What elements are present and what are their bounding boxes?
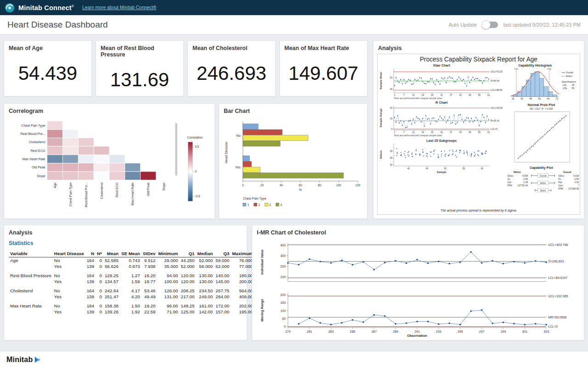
svg-text:UCL=70.20: UCL=70.20	[491, 70, 503, 73]
svg-text:50: 50	[444, 167, 447, 170]
svg-text:40: 40	[280, 184, 283, 187]
svg-text:40: 40	[520, 98, 523, 100]
correlogram-scrollbar[interactable]	[175, 123, 177, 176]
svg-text:0: 0	[284, 325, 286, 328]
svg-text:120: 120	[356, 184, 361, 187]
svg-text:3: 3	[269, 203, 271, 206]
svg-text:297: 297	[479, 330, 485, 333]
svg-text:7: 7	[403, 131, 405, 134]
svg-text:293: 293	[436, 330, 441, 333]
svg-text:20: 20	[390, 117, 393, 120]
svg-text:Individual Value: Individual Value	[260, 250, 264, 275]
svg-text:7: 7	[403, 94, 405, 96]
svg-text:55: 55	[463, 167, 465, 170]
svg-text:300: 300	[280, 254, 286, 257]
svg-text:1: 1	[248, 203, 249, 206]
svg-text:72: 72	[556, 98, 559, 100]
table-row: Yes1390139.261.9222.5971.00125.00142.001…	[9, 309, 254, 315]
analysis-sixpack-card: Analysis Process Capability Sixpack Repo…	[373, 40, 584, 219]
svg-text:Overall: Overall	[566, 71, 573, 74]
svg-text:60: 60	[390, 77, 393, 79]
svg-text:Heart Disease: Heart Disease	[224, 142, 228, 163]
svg-text:Chest Pain Type: Chest Pain Type	[21, 124, 45, 128]
panel-title: Analysis	[373, 41, 584, 51]
table-row: Yes139056.6260.6737.93835.00052.00058.00…	[9, 263, 254, 269]
kpi-value: 54.439	[4, 62, 91, 84]
svg-text:Specs: Specs	[540, 190, 547, 192]
svg-text:279: 279	[285, 330, 291, 333]
svg-text:Rest ECG: Rest ECG	[115, 182, 119, 197]
table-row: CholesterolNo1640242.644.1753.46126.0020…	[9, 284, 254, 294]
svg-text:Tests are performed with unequ: Tests are performed with unequal sample …	[394, 97, 443, 100]
svg-text:UCL=403.766: UCL=403.766	[548, 243, 568, 246]
kpi-title: Mean of Rest Blood Pressure	[96, 41, 183, 58]
svg-text:100: 100	[280, 275, 286, 279]
svg-text:0: 0	[391, 128, 392, 130]
svg-text:19: 19	[422, 131, 424, 134]
statistics-section-link[interactable]: Statistics	[9, 240, 243, 246]
svg-text:45: 45	[390, 157, 393, 159]
svg-text:4: 4	[280, 203, 282, 206]
svg-text:Specifications: Specifications	[562, 80, 577, 83]
svg-text:64: 64	[547, 98, 550, 100]
svg-text:289: 289	[393, 330, 398, 333]
svg-text:Pp: Pp	[558, 178, 561, 180]
svg-text:25: 25	[431, 131, 434, 134]
footer-brand-text: Minitab	[6, 356, 33, 364]
table-row: Max Heart RateNo1640158.381.5019.2096.00…	[9, 300, 254, 309]
svg-text:60: 60	[299, 184, 302, 187]
svg-text:X̄=54.44: X̄=54.44	[491, 79, 499, 82]
svg-text:LCL=38.68: LCL=38.68	[491, 89, 502, 91]
learn-more-link[interactable]: Learn more about Minitab Connect®	[82, 5, 156, 10]
svg-text:56: 56	[538, 98, 541, 100]
kpi-title: Mean of Age	[4, 41, 91, 51]
svg-text:Last 25 Subgroups: Last 25 Subgroups	[426, 138, 457, 142]
svg-text:Sample Range: Sample Range	[379, 108, 382, 128]
kpi-card-mean-max-hr: Mean of Max Heart Rate 149.607	[279, 40, 368, 96]
kpi-card-mean-age: Mean of Age 54.439	[4, 40, 92, 96]
auto-update-label: Auto Update	[449, 22, 477, 28]
svg-text:0.55: 0.55	[575, 178, 579, 180]
svg-text:43: 43	[459, 131, 462, 134]
svg-text:Tests are performed with unequ: Tests are performed with unequal sample …	[394, 134, 443, 137]
svg-text:37: 37	[450, 94, 452, 96]
svg-text:200: 200	[280, 265, 286, 268]
svg-text:55: 55	[478, 94, 481, 96]
minitab-connect-logo-icon	[5, 3, 15, 13]
svg-text:LCL=89.6197: LCL=89.6197	[548, 276, 567, 279]
svg-text:Ppk: Ppk	[558, 181, 562, 184]
svg-text:Capability Plot: Capability Plot	[530, 166, 553, 170]
svg-text:295: 295	[458, 330, 463, 333]
bar-figure: Heart DiseaseNoYes020406080100120NChest …	[223, 117, 363, 216]
svg-text:13: 13	[412, 94, 415, 96]
svg-text:*: *	[578, 184, 579, 187]
svg-text:30: 30	[390, 163, 393, 166]
svg-text:100: 100	[336, 184, 341, 187]
svg-text:MR=59.0596: MR=59.0596	[548, 316, 566, 319]
svg-text:60: 60	[390, 150, 393, 152]
svg-text:150: 150	[280, 301, 286, 305]
svg-text:LSL: LSL	[563, 84, 567, 86]
svg-text:Correlation: Correlation	[187, 136, 203, 139]
svg-text:291: 291	[414, 330, 420, 333]
svg-text:PPM: PPM	[558, 188, 563, 190]
svg-text:49: 49	[469, 94, 471, 96]
svg-text:61: 61	[487, 131, 490, 134]
brand-reg: ®	[72, 5, 74, 8]
svg-text:Xbar Chart: Xbar Chart	[433, 63, 451, 67]
svg-text:50: 50	[282, 317, 286, 320]
stats-table-host: VariableHeart DiseaseNN*MeanSE MeanStDev…	[9, 250, 243, 315]
statistics-table: VariableHeart DiseaseNN*MeanSE MeanStDev…	[9, 250, 254, 315]
svg-text:R̄=15.41: R̄=15.41	[491, 119, 500, 122]
svg-text:Capability Histogram: Capability Histogram	[518, 63, 552, 67]
svg-text:35: 35	[572, 84, 575, 86]
svg-text:9.039: 9.039	[573, 175, 579, 177]
svg-text:37: 37	[450, 131, 452, 134]
svg-text:25: 25	[431, 94, 434, 96]
svg-text:31: 31	[440, 131, 443, 134]
auto-update-toggle[interactable]	[482, 22, 498, 28]
imr-figure: 100200300400UCL=403.766X̄=246.693LCL=89.…	[256, 239, 580, 337]
svg-text:1: 1	[394, 131, 395, 134]
kpi-title: Mean of Cholesterol	[188, 41, 275, 51]
svg-text:PPM: PPM	[507, 184, 512, 187]
